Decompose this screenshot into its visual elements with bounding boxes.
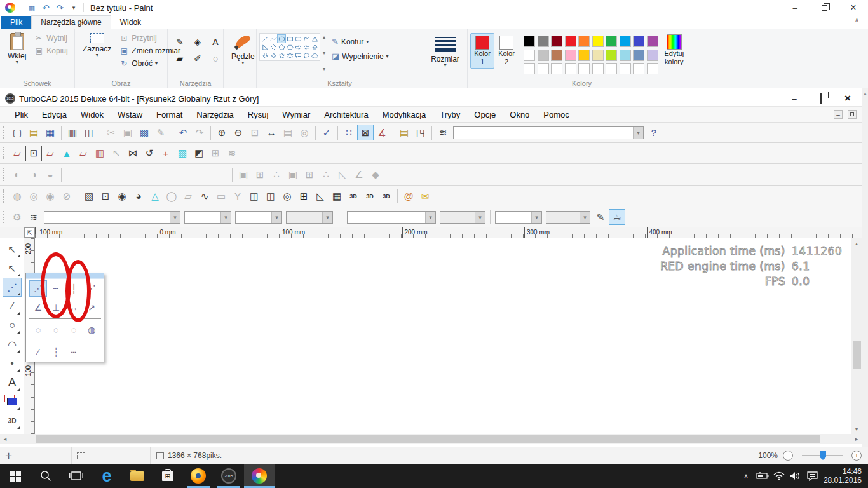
turbocad-restore-button[interactable] (816, 94, 826, 104)
palette-swatch[interactable] (620, 50, 631, 61)
boolean-subtract-icon[interactable]: ◑ (25, 166, 42, 182)
search-button[interactable] (31, 464, 61, 488)
taskbar-paint[interactable] (244, 464, 275, 488)
camera-view-icon[interactable]: ◳ (412, 125, 429, 140)
view-cube-right-icon[interactable] (147, 166, 163, 182)
wedge-gray-icon[interactable]: ▭ (213, 188, 229, 204)
toolbar-combobox[interactable]: ▾ (440, 211, 485, 224)
create-block-icon[interactable]: ▣ (285, 166, 301, 182)
vscroll-thumb[interactable] (853, 341, 861, 369)
palette-swatch[interactable] (606, 50, 617, 61)
action-center-icon[interactable] (804, 464, 820, 488)
toolbar-combobox[interactable]: ▾ (44, 211, 180, 224)
combobox-dropdown-icon[interactable]: ▾ (425, 212, 435, 223)
palette-swatch[interactable] (633, 36, 644, 47)
minimize-button[interactable]: – (780, 0, 810, 15)
taskbar-edge[interactable]: e (92, 464, 122, 488)
rounded-rect[interactable] (294, 35, 302, 43)
3d-tool-icon[interactable]: 3D (3, 411, 22, 430)
sphere-icon[interactable]: ◉ (114, 188, 130, 204)
symbol-library-icon[interactable]: ▤ (396, 125, 412, 140)
measure-pencil-icon[interactable]: ✎ (592, 209, 609, 225)
ortho-mode-icon[interactable]: ∡ (374, 125, 390, 140)
zoom-in-icon[interactable]: ⊕ (214, 125, 230, 140)
menu-item[interactable]: Wstaw (111, 107, 149, 122)
view-cube-nw-icon[interactable] (180, 166, 196, 182)
zoom-out-button[interactable]: − (783, 451, 793, 461)
combobox-dropdown-icon[interactable]: ▾ (580, 212, 590, 223)
modify-tool-icon[interactable] (3, 392, 22, 411)
palette-swatch[interactable] (633, 50, 644, 61)
view-cube-front-icon[interactable] (97, 166, 114, 182)
polygon[interactable] (302, 35, 310, 43)
torus-icon[interactable]: ◎ (279, 188, 295, 204)
address-book-icon[interactable]: @ (400, 188, 417, 204)
copy-button[interactable]: ▣Kopiuj (31, 44, 70, 57)
palette-swatch-empty[interactable] (551, 63, 562, 74)
menu-item[interactable]: Narzędzia (189, 107, 241, 122)
palette-swatch[interactable] (538, 36, 549, 47)
toolbar-combobox[interactable]: ▾ (347, 211, 436, 224)
palette-swatch[interactable] (538, 50, 549, 61)
workplane-axes-icon[interactable]: ▱ (42, 146, 58, 161)
arrow-3d-icon[interactable]: 3D (345, 188, 362, 204)
mdi-restore-icon[interactable] (848, 110, 857, 119)
menu-item[interactable]: Tryby (433, 107, 467, 122)
taskbar-store[interactable]: ⊞ (153, 464, 183, 488)
zoom-window-icon[interactable]: ⊡ (247, 125, 263, 140)
zoom-out-icon[interactable]: ⊖ (230, 125, 247, 140)
zoom-in-button[interactable]: + (851, 451, 862, 461)
palette-swatch[interactable] (524, 50, 535, 61)
fill-bucket-icon[interactable]: ◈ (189, 34, 206, 50)
view-cube-top-icon[interactable] (81, 166, 97, 182)
point-marker-icon[interactable]: ⊡ (97, 188, 114, 204)
menu-item[interactable]: Edycja (35, 107, 74, 122)
palette-swatch-empty[interactable] (578, 63, 590, 74)
palette-swatch[interactable] (565, 50, 576, 61)
coordinate-mode-icon[interactable]: ⊠ (357, 125, 374, 140)
palette-swatch[interactable] (578, 36, 590, 47)
menu-item[interactable]: Plik (8, 107, 35, 122)
star5[interactable] (278, 51, 285, 59)
shapes-scroll-down-icon[interactable]: ▾ (323, 50, 325, 56)
text-icon[interactable]: A (207, 34, 224, 50)
volume-icon[interactable] (788, 464, 803, 488)
callout-oval[interactable] (302, 51, 310, 59)
arrow-down[interactable] (261, 51, 269, 59)
facet-select-icon[interactable]: ◩ (191, 146, 207, 161)
outline-button[interactable]: ✎Kontur▾ (332, 37, 389, 46)
undo-icon[interactable]: ↶ (39, 1, 53, 15)
palette-swatch[interactable] (565, 36, 576, 47)
cone-icon[interactable]: △ (147, 188, 163, 204)
tray-expand-chevron-icon[interactable]: ∧ (738, 464, 754, 488)
close-button[interactable]: × (839, 0, 868, 15)
right-triangle[interactable] (261, 43, 269, 51)
box-3d-icon[interactable]: ▧ (81, 188, 97, 204)
scroll-up-icon[interactable]: ▴ (855, 238, 858, 248)
move-cp-icon[interactable]: + (158, 146, 174, 161)
context-help-icon[interactable]: ? (646, 125, 662, 140)
ruler-corner-icon[interactable]: ⇱ (24, 227, 35, 238)
settings-gear-icon[interactable]: ⚙ (9, 209, 25, 225)
scroll-left-icon[interactable]: ◂ (0, 436, 10, 442)
view-cube-left-icon[interactable] (130, 166, 147, 182)
hemisphere-icon[interactable]: ◕ (130, 188, 147, 204)
menu-item[interactable]: Modyfikacja (376, 107, 433, 122)
toolbar-combobox[interactable]: ▾ (286, 211, 333, 224)
rotate-cp-icon[interactable]: ↺ (141, 146, 158, 161)
combobox-dropdown-icon[interactable]: ▾ (531, 212, 541, 223)
triangle[interactable] (311, 35, 318, 43)
toolbar-combobox[interactable]: ▾ (453, 126, 644, 139)
point-tool-icon[interactable]: • (3, 354, 22, 373)
shade-subtract-icon[interactable]: ◎ (25, 188, 42, 204)
shade-union-icon[interactable]: ◍ (9, 188, 25, 204)
edit-block-icon[interactable]: ∴ (318, 166, 334, 182)
palette-swatch[interactable] (524, 36, 535, 47)
capsule-icon[interactable]: ◫ (262, 188, 279, 204)
palette-swatch[interactable] (592, 50, 604, 61)
print-icon[interactable]: ▥ (64, 125, 81, 140)
task-view-button[interactable] (61, 464, 92, 488)
shapes-scroll-up-icon[interactable]: ▴ (323, 34, 325, 40)
turbocad-vscrollbar[interactable]: ▴ ▾ (851, 238, 862, 434)
construction-line-tool-icon[interactable]: ⋰ (3, 278, 22, 297)
